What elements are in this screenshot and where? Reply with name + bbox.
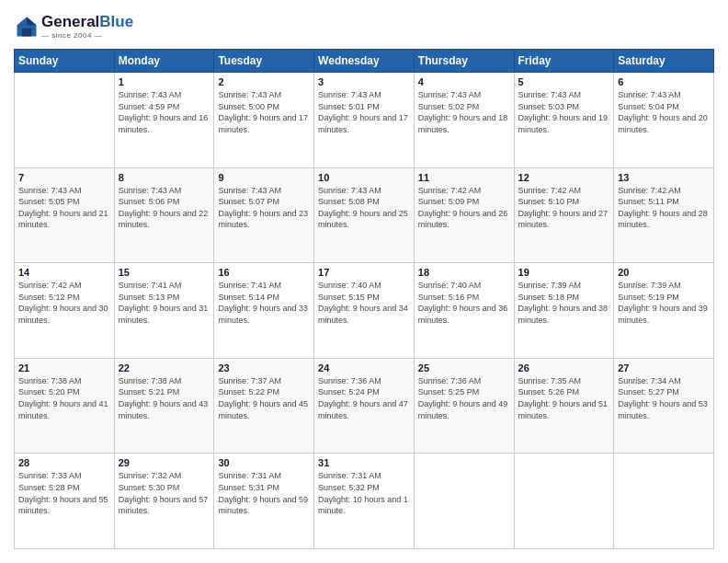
svg-rect-2 <box>22 29 32 37</box>
calendar-cell <box>514 454 614 549</box>
weekday-header-row: SundayMondayTuesdayWednesdayThursdayFrid… <box>15 50 714 73</box>
day-number: 14 <box>18 267 110 278</box>
day-number: 31 <box>318 457 410 468</box>
day-number: 6 <box>618 76 710 87</box>
calendar-cell <box>15 73 115 168</box>
logo-icon <box>14 14 40 40</box>
day-info: Sunrise: 7:35 AMSunset: 5:26 PMDaylight:… <box>518 375 610 421</box>
weekday-header-saturday: Saturday <box>614 50 714 73</box>
calendar-week-4: 21Sunrise: 7:38 AMSunset: 5:20 PMDayligh… <box>15 358 714 454</box>
day-info: Sunrise: 7:42 AMSunset: 5:11 PMDaylight:… <box>618 185 710 231</box>
calendar-cell: 25Sunrise: 7:36 AMSunset: 5:25 PMDayligh… <box>414 358 514 454</box>
day-number: 19 <box>518 267 610 278</box>
day-info: Sunrise: 7:39 AMSunset: 5:19 PMDaylight:… <box>618 280 710 326</box>
calendar-cell: 16Sunrise: 7:41 AMSunset: 5:14 PMDayligh… <box>214 263 314 359</box>
calendar-cell: 27Sunrise: 7:34 AMSunset: 5:27 PMDayligh… <box>614 358 714 454</box>
calendar-cell: 10Sunrise: 7:43 AMSunset: 5:08 PMDayligh… <box>314 167 415 263</box>
day-info: Sunrise: 7:31 AMSunset: 5:31 PMDaylight:… <box>218 470 310 516</box>
svg-marker-1 <box>27 17 37 26</box>
weekday-header-thursday: Thursday <box>414 50 514 73</box>
calendar-cell: 4Sunrise: 7:43 AMSunset: 5:02 PMDaylight… <box>414 73 514 168</box>
day-info: Sunrise: 7:43 AMSunset: 5:02 PMDaylight:… <box>418 89 510 135</box>
day-number: 22 <box>119 362 210 373</box>
calendar-cell: 12Sunrise: 7:42 AMSunset: 5:10 PMDayligh… <box>514 167 614 263</box>
day-info: Sunrise: 7:40 AMSunset: 5:15 PMDaylight:… <box>318 280 410 326</box>
calendar-cell: 9Sunrise: 7:43 AMSunset: 5:07 PMDaylight… <box>214 167 314 263</box>
day-number: 3 <box>318 76 410 87</box>
calendar-cell: 11Sunrise: 7:42 AMSunset: 5:09 PMDayligh… <box>414 167 514 263</box>
calendar-cell: 31Sunrise: 7:31 AMSunset: 5:32 PMDayligh… <box>314 454 415 549</box>
calendar-cell: 7Sunrise: 7:43 AMSunset: 5:05 PMDaylight… <box>15 167 115 263</box>
day-number: 13 <box>618 172 710 183</box>
calendar-cell: 26Sunrise: 7:35 AMSunset: 5:26 PMDayligh… <box>514 358 614 454</box>
day-info: Sunrise: 7:43 AMSunset: 5:05 PMDaylight:… <box>18 185 110 231</box>
day-info: Sunrise: 7:37 AMSunset: 5:22 PMDaylight:… <box>218 375 310 421</box>
day-number: 9 <box>218 172 310 183</box>
day-number: 8 <box>119 172 210 183</box>
day-number: 23 <box>218 362 310 373</box>
calendar-cell: 30Sunrise: 7:31 AMSunset: 5:31 PMDayligh… <box>214 454 314 549</box>
calendar-week-1: 1Sunrise: 7:43 AMSunset: 4:59 PMDaylight… <box>15 73 714 168</box>
day-info: Sunrise: 7:43 AMSunset: 5:04 PMDaylight:… <box>618 89 710 135</box>
day-number: 5 <box>518 76 610 87</box>
day-info: Sunrise: 7:42 AMSunset: 5:09 PMDaylight:… <box>418 185 510 231</box>
calendar-cell: 3Sunrise: 7:43 AMSunset: 5:01 PMDaylight… <box>314 73 415 168</box>
day-info: Sunrise: 7:32 AMSunset: 5:30 PMDaylight:… <box>119 470 210 516</box>
day-number: 7 <box>18 172 110 183</box>
calendar-table: SundayMondayTuesdayWednesdayThursdayFrid… <box>14 49 714 549</box>
calendar-cell: 5Sunrise: 7:43 AMSunset: 5:03 PMDaylight… <box>514 73 614 168</box>
day-info: Sunrise: 7:43 AMSunset: 5:00 PMDaylight:… <box>218 89 310 135</box>
calendar-cell: 2Sunrise: 7:43 AMSunset: 5:00 PMDaylight… <box>214 73 314 168</box>
day-info: Sunrise: 7:41 AMSunset: 5:14 PMDaylight:… <box>218 280 310 326</box>
calendar-cell: 17Sunrise: 7:40 AMSunset: 5:15 PMDayligh… <box>314 263 415 359</box>
day-info: Sunrise: 7:41 AMSunset: 5:13 PMDaylight:… <box>119 280 210 326</box>
calendar-cell: 21Sunrise: 7:38 AMSunset: 5:20 PMDayligh… <box>15 358 115 454</box>
day-number: 15 <box>119 267 210 278</box>
day-info: Sunrise: 7:40 AMSunset: 5:16 PMDaylight:… <box>418 280 510 326</box>
day-info: Sunrise: 7:43 AMSunset: 5:08 PMDaylight:… <box>318 185 410 231</box>
day-number: 4 <box>418 76 510 87</box>
day-number: 27 <box>618 362 710 373</box>
calendar-cell: 14Sunrise: 7:42 AMSunset: 5:12 PMDayligh… <box>15 263 115 359</box>
weekday-header-sunday: Sunday <box>15 50 115 73</box>
logo: GeneralBlue — since 2004 — <box>14 14 133 40</box>
day-number: 18 <box>418 267 510 278</box>
calendar-cell: 18Sunrise: 7:40 AMSunset: 5:16 PMDayligh… <box>414 263 514 359</box>
day-info: Sunrise: 7:31 AMSunset: 5:32 PMDaylight:… <box>318 470 410 516</box>
day-number: 1 <box>119 76 210 87</box>
weekday-header-tuesday: Tuesday <box>214 50 314 73</box>
weekday-header-monday: Monday <box>114 50 214 73</box>
day-info: Sunrise: 7:38 AMSunset: 5:21 PMDaylight:… <box>119 375 210 421</box>
weekday-header-friday: Friday <box>514 50 614 73</box>
calendar-cell: 19Sunrise: 7:39 AMSunset: 5:18 PMDayligh… <box>514 263 614 359</box>
calendar-cell: 22Sunrise: 7:38 AMSunset: 5:21 PMDayligh… <box>114 358 214 454</box>
calendar-cell: 24Sunrise: 7:36 AMSunset: 5:24 PMDayligh… <box>314 358 415 454</box>
day-number: 16 <box>218 267 310 278</box>
day-info: Sunrise: 7:36 AMSunset: 5:25 PMDaylight:… <box>418 375 510 421</box>
day-number: 21 <box>18 362 110 373</box>
day-info: Sunrise: 7:34 AMSunset: 5:27 PMDaylight:… <box>618 375 710 421</box>
weekday-header-wednesday: Wednesday <box>314 50 415 73</box>
day-info: Sunrise: 7:38 AMSunset: 5:20 PMDaylight:… <box>18 375 110 421</box>
calendar-cell: 6Sunrise: 7:43 AMSunset: 5:04 PMDaylight… <box>614 73 714 168</box>
header: GeneralBlue — since 2004 — <box>14 14 714 40</box>
day-info: Sunrise: 7:42 AMSunset: 5:12 PMDaylight:… <box>18 280 110 326</box>
calendar-cell: 1Sunrise: 7:43 AMSunset: 4:59 PMDaylight… <box>114 73 214 168</box>
calendar-cell: 28Sunrise: 7:33 AMSunset: 5:28 PMDayligh… <box>15 454 115 549</box>
calendar-week-5: 28Sunrise: 7:33 AMSunset: 5:28 PMDayligh… <box>15 454 714 549</box>
day-number: 29 <box>119 457 210 468</box>
calendar-week-2: 7Sunrise: 7:43 AMSunset: 5:05 PMDaylight… <box>15 167 714 263</box>
calendar-cell: 20Sunrise: 7:39 AMSunset: 5:19 PMDayligh… <box>614 263 714 359</box>
calendar-cell: 29Sunrise: 7:32 AMSunset: 5:30 PMDayligh… <box>114 454 214 549</box>
calendar-cell <box>614 454 714 549</box>
day-info: Sunrise: 7:42 AMSunset: 5:10 PMDaylight:… <box>518 185 610 231</box>
calendar-week-3: 14Sunrise: 7:42 AMSunset: 5:12 PMDayligh… <box>15 263 714 359</box>
calendar-cell <box>414 454 514 549</box>
calendar-cell: 15Sunrise: 7:41 AMSunset: 5:13 PMDayligh… <box>114 263 214 359</box>
day-number: 26 <box>518 362 610 373</box>
day-info: Sunrise: 7:33 AMSunset: 5:28 PMDaylight:… <box>18 470 110 516</box>
day-info: Sunrise: 7:39 AMSunset: 5:18 PMDaylight:… <box>518 280 610 326</box>
calendar-cell: 23Sunrise: 7:37 AMSunset: 5:22 PMDayligh… <box>214 358 314 454</box>
day-info: Sunrise: 7:43 AMSunset: 5:03 PMDaylight:… <box>518 89 610 135</box>
logo-text: GeneralBlue — since 2004 — <box>41 14 133 40</box>
